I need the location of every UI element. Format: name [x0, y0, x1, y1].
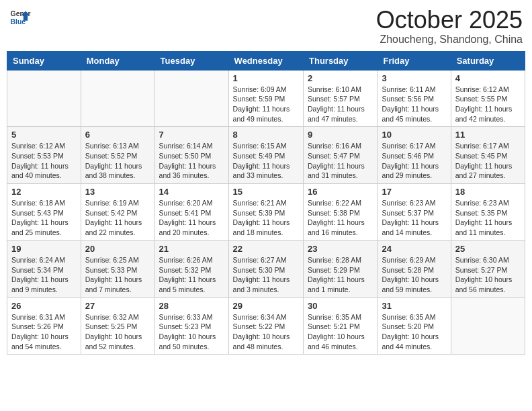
calendar-cell: 5Sunrise: 6:12 AMSunset: 5:53 PMDaylight…: [7, 127, 81, 184]
calendar-cell: 10Sunrise: 6:17 AMSunset: 5:46 PMDayligh…: [378, 127, 451, 184]
day-info: Sunrise: 6:11 AMSunset: 5:56 PMDaylight:…: [382, 85, 446, 124]
day-info: Sunrise: 6:17 AMSunset: 5:45 PMDaylight:…: [455, 141, 521, 181]
weekday-header-tuesday: Tuesday: [154, 51, 228, 70]
calendar-cell: 11Sunrise: 6:17 AMSunset: 5:45 PMDayligh…: [451, 127, 525, 184]
calendar-cell: 19Sunrise: 6:24 AMSunset: 5:34 PMDayligh…: [7, 240, 81, 298]
day-number: 26: [11, 301, 77, 311]
day-number: 8: [233, 130, 299, 140]
day-info: Sunrise: 6:16 AMSunset: 5:47 PMDaylight:…: [308, 141, 373, 181]
day-number: 15: [233, 187, 299, 197]
day-number: 10: [382, 130, 446, 140]
day-number: 23: [308, 244, 373, 254]
day-info: Sunrise: 6:17 AMSunset: 5:46 PMDaylight:…: [382, 141, 446, 181]
day-number: 28: [159, 301, 224, 311]
weekday-header-thursday: Thursday: [304, 51, 378, 70]
calendar-cell: [451, 298, 525, 355]
calendar-cell: 21Sunrise: 6:26 AMSunset: 5:32 PMDayligh…: [154, 240, 228, 298]
calendar-cell: 15Sunrise: 6:21 AMSunset: 5:39 PMDayligh…: [228, 184, 303, 241]
day-number: 4: [455, 73, 521, 83]
calendar-cell: 7Sunrise: 6:14 AMSunset: 5:50 PMDaylight…: [154, 127, 228, 184]
calendar-week-1: 1Sunrise: 6:09 AMSunset: 5:59 PMDaylight…: [7, 70, 525, 127]
calendar-cell: 8Sunrise: 6:15 AMSunset: 5:49 PMDaylight…: [228, 127, 303, 184]
calendar-cell: 20Sunrise: 6:25 AMSunset: 5:33 PMDayligh…: [81, 240, 154, 298]
location: Zhoucheng, Shandong, China: [376, 34, 523, 46]
day-info: Sunrise: 6:33 AMSunset: 5:23 PMDaylight:…: [159, 312, 224, 352]
day-number: 14: [159, 187, 224, 197]
calendar-cell: 2Sunrise: 6:10 AMSunset: 5:57 PMDaylight…: [304, 70, 378, 127]
page-header: General Blue October 2025 Zhoucheng, Sha…: [7, 7, 525, 46]
calendar-cell: 22Sunrise: 6:27 AMSunset: 5:30 PMDayligh…: [228, 240, 303, 298]
day-number: 13: [85, 187, 150, 197]
day-info: Sunrise: 6:14 AMSunset: 5:50 PMDaylight:…: [159, 141, 224, 181]
day-info: Sunrise: 6:35 AMSunset: 5:20 PMDaylight:…: [382, 312, 446, 352]
day-number: 30: [308, 301, 373, 311]
day-info: Sunrise: 6:26 AMSunset: 5:32 PMDaylight:…: [159, 255, 224, 295]
calendar-week-4: 19Sunrise: 6:24 AMSunset: 5:34 PMDayligh…: [7, 240, 525, 298]
calendar-cell: 12Sunrise: 6:18 AMSunset: 5:43 PMDayligh…: [7, 184, 81, 241]
day-number: 6: [85, 130, 150, 140]
day-number: 25: [455, 244, 521, 254]
day-number: 27: [85, 301, 150, 311]
calendar-cell: 13Sunrise: 6:19 AMSunset: 5:42 PMDayligh…: [81, 184, 154, 241]
title-block: October 2025 Zhoucheng, Shandong, China: [376, 7, 523, 46]
day-info: Sunrise: 6:09 AMSunset: 5:59 PMDaylight:…: [233, 85, 299, 124]
day-info: Sunrise: 6:23 AMSunset: 5:35 PMDaylight:…: [455, 198, 521, 238]
calendar-cell: 17Sunrise: 6:23 AMSunset: 5:37 PMDayligh…: [378, 184, 451, 241]
day-info: Sunrise: 6:34 AMSunset: 5:22 PMDaylight:…: [233, 312, 299, 352]
calendar-cell: [81, 70, 154, 127]
day-number: 20: [85, 244, 150, 254]
weekday-header-wednesday: Wednesday: [228, 51, 303, 70]
day-info: Sunrise: 6:27 AMSunset: 5:30 PMDaylight:…: [233, 255, 299, 295]
day-number: 24: [382, 244, 446, 254]
calendar-table: SundayMondayTuesdayWednesdayThursdayFrid…: [7, 51, 525, 355]
calendar-cell: 25Sunrise: 6:30 AMSunset: 5:27 PMDayligh…: [451, 240, 525, 298]
day-number: 19: [11, 244, 77, 254]
day-info: Sunrise: 6:24 AMSunset: 5:34 PMDaylight:…: [11, 255, 77, 295]
day-info: Sunrise: 6:12 AMSunset: 5:53 PMDaylight:…: [11, 141, 77, 181]
calendar-cell: 23Sunrise: 6:28 AMSunset: 5:29 PMDayligh…: [304, 240, 378, 298]
day-info: Sunrise: 6:15 AMSunset: 5:49 PMDaylight:…: [233, 141, 299, 181]
calendar-cell: 30Sunrise: 6:35 AMSunset: 5:21 PMDayligh…: [304, 298, 378, 355]
day-info: Sunrise: 6:19 AMSunset: 5:42 PMDaylight:…: [85, 198, 150, 238]
day-info: Sunrise: 6:22 AMSunset: 5:38 PMDaylight:…: [308, 198, 373, 238]
day-info: Sunrise: 6:28 AMSunset: 5:29 PMDaylight:…: [308, 255, 373, 295]
day-number: 16: [308, 187, 373, 197]
month-title: October 2025: [376, 7, 523, 34]
day-info: Sunrise: 6:30 AMSunset: 5:27 PMDaylight:…: [455, 255, 521, 295]
calendar-week-5: 26Sunrise: 6:31 AMSunset: 5:26 PMDayligh…: [7, 298, 525, 355]
day-number: 3: [382, 73, 446, 83]
calendar-cell: 27Sunrise: 6:32 AMSunset: 5:25 PMDayligh…: [81, 298, 154, 355]
day-info: Sunrise: 6:32 AMSunset: 5:25 PMDaylight:…: [85, 312, 150, 352]
day-number: 31: [382, 301, 446, 311]
day-number: 7: [159, 130, 224, 140]
calendar-week-3: 12Sunrise: 6:18 AMSunset: 5:43 PMDayligh…: [7, 184, 525, 241]
calendar-cell: [7, 70, 81, 127]
day-info: Sunrise: 6:13 AMSunset: 5:52 PMDaylight:…: [85, 141, 150, 181]
day-number: 21: [159, 244, 224, 254]
calendar-cell: 16Sunrise: 6:22 AMSunset: 5:38 PMDayligh…: [304, 184, 378, 241]
day-number: 9: [308, 130, 373, 140]
weekday-header-saturday: Saturday: [451, 51, 525, 70]
calendar-cell: 28Sunrise: 6:33 AMSunset: 5:23 PMDayligh…: [154, 298, 228, 355]
day-info: Sunrise: 6:23 AMSunset: 5:37 PMDaylight:…: [382, 198, 446, 238]
day-number: 17: [382, 187, 446, 197]
day-number: 22: [233, 244, 299, 254]
day-info: Sunrise: 6:10 AMSunset: 5:57 PMDaylight:…: [308, 85, 373, 124]
day-info: Sunrise: 6:25 AMSunset: 5:33 PMDaylight:…: [85, 255, 150, 295]
calendar-cell: 3Sunrise: 6:11 AMSunset: 5:56 PMDaylight…: [378, 70, 451, 127]
day-number: 1: [233, 73, 299, 83]
calendar-week-2: 5Sunrise: 6:12 AMSunset: 5:53 PMDaylight…: [7, 127, 525, 184]
day-number: 2: [308, 73, 373, 83]
logo-icon: General Blue: [9, 7, 31, 28]
calendar-cell: 1Sunrise: 6:09 AMSunset: 5:59 PMDaylight…: [228, 70, 303, 127]
day-info: Sunrise: 6:31 AMSunset: 5:26 PMDaylight:…: [11, 312, 77, 352]
calendar-cell: [154, 70, 228, 127]
weekday-header-monday: Monday: [81, 51, 154, 70]
day-number: 29: [233, 301, 299, 311]
weekday-header-row: SundayMondayTuesdayWednesdayThursdayFrid…: [7, 51, 525, 70]
day-info: Sunrise: 6:29 AMSunset: 5:28 PMDaylight:…: [382, 255, 446, 295]
calendar-cell: 18Sunrise: 6:23 AMSunset: 5:35 PMDayligh…: [451, 184, 525, 241]
day-number: 11: [455, 130, 521, 140]
calendar-cell: 6Sunrise: 6:13 AMSunset: 5:52 PMDaylight…: [81, 127, 154, 184]
calendar-cell: 4Sunrise: 6:12 AMSunset: 5:55 PMDaylight…: [451, 70, 525, 127]
